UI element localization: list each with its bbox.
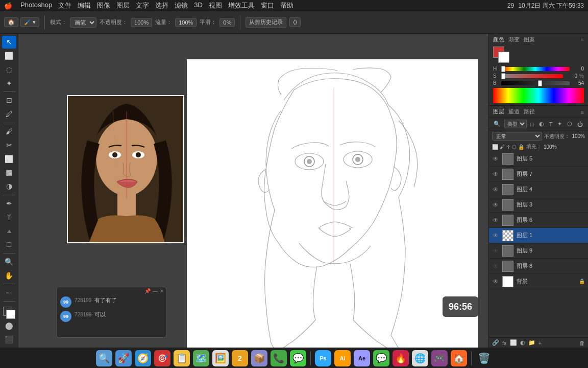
lock-pixels-icon[interactable]: 🖌 [500, 144, 505, 150]
tool-eraser[interactable]: ⬜ [2, 152, 16, 165]
apple-menu[interactable]: 🍎 [4, 2, 12, 10]
lock-all-icon[interactable]: 🔒 [518, 144, 524, 150]
dock-ps[interactable]: Ps [315, 350, 331, 366]
layer-group-icon[interactable]: 📁 [528, 339, 535, 346]
b-slider[interactable] [501, 81, 570, 85]
dock-chrome[interactable]: 🌐 [412, 350, 428, 366]
dock-facetime[interactable]: 📞 [271, 350, 287, 366]
chat-close-btn[interactable]: ✕ [160, 288, 164, 294]
s-slider[interactable] [501, 74, 563, 78]
dock-ae[interactable]: Ae [354, 350, 370, 366]
tool-select-rect[interactable]: ⬜ [2, 50, 16, 62]
layer-vis-1[interactable]: 👁 [492, 232, 499, 239]
layer-item-9[interactable]: 👁 图层 9 [489, 243, 588, 259]
tool-move[interactable]: ↖ [2, 36, 16, 49]
menu-text[interactable]: 文字 [136, 1, 149, 10]
dock-notes[interactable]: 📋 [174, 350, 190, 366]
tab-channels[interactable]: 通道 [508, 108, 520, 116]
lock-artboard-icon[interactable]: ⬡ [512, 144, 517, 150]
dock-game[interactable]: 🎮 [431, 350, 448, 366]
layer-fx-icon[interactable]: fx [502, 340, 507, 346]
dock-wechat[interactable]: 💬 [373, 350, 389, 366]
layer-type-adj[interactable]: ◐ [537, 120, 546, 128]
layer-item-8[interactable]: 👁 图层 8 [489, 259, 588, 274]
menu-3d[interactable]: 3D [194, 1, 203, 10]
tool-crop[interactable]: ⊡ [2, 94, 16, 107]
layer-vis-6[interactable]: 👁 [492, 217, 499, 224]
menu-select[interactable]: 选择 [155, 1, 168, 10]
tab-color[interactable]: 颜色 [493, 36, 504, 43]
layer-vis-5[interactable]: 👁 [492, 155, 499, 163]
menu-image[interactable]: 图像 [97, 1, 110, 10]
color-swatch[interactable] [2, 306, 16, 318]
tab-layers[interactable]: 图层 [493, 108, 504, 116]
tool-clone[interactable]: ✂ [2, 139, 16, 151]
layer-vis-9[interactable]: 👁 [492, 247, 499, 255]
tool-eyedropper[interactable]: 🖊 [2, 108, 16, 121]
menu-edit[interactable]: 编辑 [78, 1, 91, 10]
layer-type-text[interactable]: T [548, 121, 554, 128]
menu-photoshop[interactable]: Photoshop [20, 1, 52, 10]
layer-item-1[interactable]: 👁 图层 1 [489, 228, 588, 243]
tool-path[interactable]: ⟁ [2, 224, 16, 237]
layer-link-icon[interactable]: 🔗 [492, 339, 499, 346]
dock-safari[interactable]: 🧭 [135, 350, 151, 366]
filter-layers-icon[interactable]: 🔍 [492, 120, 502, 128]
tab-paths[interactable]: 路径 [524, 108, 535, 116]
dock-messages[interactable]: 💬 [290, 350, 306, 366]
layer-adj-icon[interactable]: ◐ [520, 339, 525, 346]
dock-2[interactable]: 2 [232, 350, 248, 366]
tab-gradient[interactable]: 渐变 [508, 36, 520, 43]
tool-lasso[interactable]: ◌ [2, 63, 16, 76]
dock-targets[interactable]: 🎯 [154, 350, 170, 366]
lock-transparent-icon[interactable]: ⬜ [492, 144, 498, 150]
layer-mask-icon[interactable]: ⬜ [510, 339, 517, 346]
tool-pen[interactable]: ✒ [2, 197, 16, 210]
fill-value[interactable]: 100% [544, 144, 557, 150]
layer-type-pixel[interactable]: □ [529, 121, 535, 128]
layer-item-4[interactable]: 👁 图层 4 [489, 182, 588, 197]
chat-minimize-btn[interactable]: — [153, 288, 158, 294]
layer-type-shape[interactable]: ✦ [556, 120, 564, 128]
color-spectrum[interactable] [493, 88, 584, 103]
color-panel-menu[interactable]: ≡ [581, 36, 584, 43]
tool-hand[interactable]: ✋ [2, 269, 16, 282]
tool-shape[interactable]: □ [2, 238, 16, 251]
flow-input[interactable]: 100% [175, 18, 197, 27]
blend-mode-select[interactable]: 正常 [492, 132, 542, 141]
layer-filter-select[interactable]: 类型 [504, 120, 527, 128]
dock-trash[interactable]: 🗑️ [476, 350, 492, 366]
layer-delete-icon[interactable]: 🗑 [579, 340, 585, 346]
tool-brush[interactable]: 🖌 [2, 125, 16, 138]
dock-maps[interactable]: 🗺️ [193, 350, 209, 366]
flat-input[interactable]: 0% [219, 18, 235, 27]
tool-more[interactable]: ··· [2, 286, 16, 299]
tool-gradient[interactable]: ▦ [2, 166, 16, 179]
layer-filter-toggle[interactable]: ⏻ [576, 121, 584, 128]
layer-item-3[interactable]: 👁 图层 3 [489, 197, 588, 213]
opacity-value[interactable]: 100% [572, 133, 585, 139]
menu-plugins[interactable]: 增效工具 [228, 1, 255, 10]
tab-pattern[interactable]: 图案 [524, 36, 535, 43]
lock-position-icon[interactable]: ✛ [506, 144, 510, 150]
chat-pin-btn[interactable]: 📌 [144, 288, 151, 294]
dock-photos[interactable]: 🖼️ [212, 350, 229, 366]
history-brush-btn[interactable]: 从剪历史记录 [246, 17, 286, 28]
tool-mask[interactable]: ⬤ [2, 319, 16, 332]
tool-magic-wand[interactable]: ✦ [2, 77, 16, 89]
layer-item-5[interactable]: 👁 图层 5 [489, 151, 588, 167]
menu-layer[interactable]: 图层 [116, 1, 130, 10]
tool-screen-mode[interactable]: ⬛ [2, 333, 16, 346]
layers-panel-menu[interactable]: ≡ [581, 109, 584, 115]
tool-zoom[interactable]: 🔍 [2, 256, 16, 268]
h-slider[interactable] [501, 67, 570, 71]
layer-vis-7[interactable]: 👁 [492, 171, 499, 178]
tool-text[interactable]: T [2, 211, 16, 223]
menu-help[interactable]: 帮助 [280, 1, 293, 10]
layer-vis-8[interactable]: 👁 [492, 263, 499, 270]
menu-file[interactable]: 文件 [58, 1, 71, 10]
menu-window[interactable]: 窗口 [261, 1, 274, 10]
layer-item-7[interactable]: 👁 图层 7 [489, 167, 588, 182]
layer-vis-3[interactable]: 👁 [492, 201, 499, 209]
layer-vis-bg[interactable]: 👁 [492, 278, 499, 285]
